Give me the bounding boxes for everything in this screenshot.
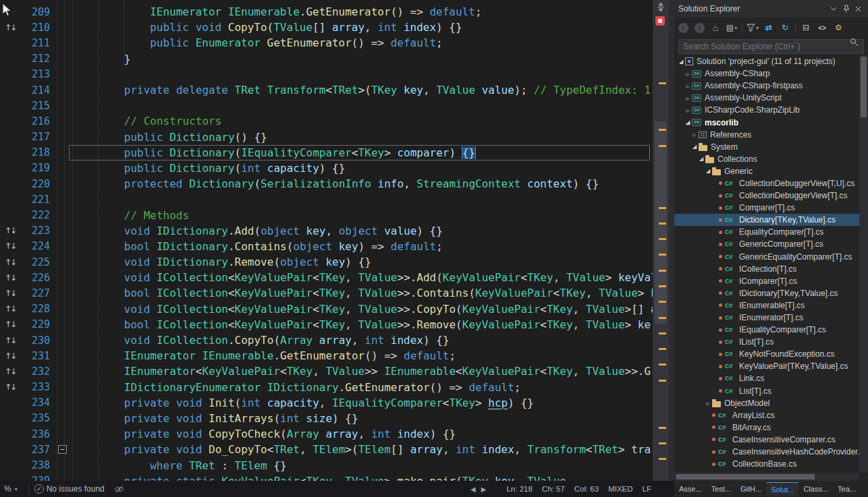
code-editor[interactable]: 209IEnumerator IEnumerable.GetEnumerator… <box>0 0 669 481</box>
code-line[interactable]: 234private void Init(int capacity, IEqua… <box>0 395 653 411</box>
tree-item[interactable]: C#IEnumerator[T].cs <box>674 312 859 324</box>
tree-item[interactable]: ▹C#ICSharpCode.SharpZipLib <box>674 104 859 116</box>
editor-vertical-scrollbar[interactable] <box>653 0 669 481</box>
fold-margin[interactable] <box>53 51 72 67</box>
tool-window-tab[interactable]: Class... <box>798 482 833 496</box>
fold-margin[interactable] <box>53 254 72 270</box>
line-number[interactable]: 223 <box>20 225 53 237</box>
glyph-margin[interactable]: ↑↓ <box>0 289 20 298</box>
fold-margin[interactable] <box>53 285 72 301</box>
tree-item[interactable]: C#ArrayList.cs <box>674 409 859 421</box>
code-text[interactable]: bool ICollection<KeyValuePair<TKey, TVal… <box>72 287 653 299</box>
tree-item[interactable]: ◢System <box>674 141 859 153</box>
code-line[interactable]: ↑↓227bool ICollection<KeyValuePair<TKey,… <box>0 285 653 301</box>
tree-item[interactable]: C#IList[T].cs <box>674 336 859 348</box>
code-line[interactable]: 217public Dictionary() {} <box>0 129 653 145</box>
fold-margin[interactable] <box>53 239 72 254</box>
line-number[interactable]: 216 <box>20 115 53 127</box>
code-line[interactable]: 218public Dictionary(IEqualityComparer<T… <box>0 145 653 160</box>
fold-margin[interactable] <box>53 4 72 20</box>
tree-item[interactable]: C#IEqualityComparer[T].cs <box>674 324 859 336</box>
line-number[interactable]: 224 <box>20 240 53 252</box>
tool-window-tab[interactable]: Solut... <box>766 482 798 496</box>
fold-margin[interactable]: − <box>53 442 72 457</box>
code-line[interactable]: 215 <box>0 98 653 113</box>
chevron-collapsed-icon[interactable]: ▹ <box>684 70 692 78</box>
tool-window-tab[interactable]: Test... <box>707 482 736 496</box>
line-number[interactable]: 213 <box>20 68 53 80</box>
preview-code-icon[interactable]: <> <box>816 22 828 34</box>
tree-item[interactable]: C#EqualityComparer[T].cs <box>674 226 859 238</box>
pin-icon[interactable] <box>840 3 852 14</box>
line-number[interactable]: 220 <box>20 178 53 190</box>
tree-item[interactable]: C#IDictionary[TKey,TValue].cs <box>674 287 859 299</box>
code-line[interactable]: ↑↓232IEnumerator<KeyValuePair<TKey, TVal… <box>0 363 653 379</box>
fold-collapse-icon[interactable]: − <box>58 445 67 454</box>
fold-margin[interactable] <box>53 67 72 82</box>
line-number[interactable]: 229 <box>20 318 53 330</box>
code-line[interactable]: ↑↓229bool ICollection<KeyValuePair<TKey,… <box>0 317 653 332</box>
code-text[interactable]: public Dictionary() {} <box>72 131 653 144</box>
line-number[interactable]: 215 <box>20 100 53 112</box>
line-number[interactable]: 225 <box>20 256 53 268</box>
code-line[interactable]: ↑↓230void ICollection.CopyTo(Array array… <box>0 332 653 348</box>
tree-item[interactable]: ▹References <box>674 129 859 141</box>
code-text[interactable]: private void Init(int capacity, IEqualit… <box>72 397 653 409</box>
glyph-margin[interactable]: ↑↓ <box>0 320 20 329</box>
glyph-margin[interactable]: ↑↓ <box>0 382 20 392</box>
refresh-icon[interactable]: ↻ <box>779 22 791 34</box>
line-number[interactable]: 219 <box>20 162 53 174</box>
next-position-icon[interactable]: ▶ <box>481 486 487 493</box>
tree-item[interactable]: C#CollectionBase.cs <box>674 458 859 470</box>
code-text[interactable]: public Dictionary(IEqualityComparer<TKey… <box>72 146 653 159</box>
code-text[interactable]: // Constructors <box>72 115 653 127</box>
tree-item[interactable]: C#GenericComparer[T].cs <box>674 238 859 250</box>
tree-item[interactable]: ▹ObjectModel <box>674 397 859 409</box>
fold-margin[interactable] <box>53 395 72 411</box>
line-number[interactable]: 232 <box>20 366 53 378</box>
chevron-expanded-icon[interactable]: ◢ <box>677 59 685 65</box>
code-text[interactable]: public void CopyTo(TValue[] array, int i… <box>72 21 653 34</box>
code-text[interactable]: IDictionaryEnumerator IDictionary.GetEnu… <box>72 381 653 394</box>
fold-margin[interactable] <box>53 98 72 113</box>
line-number[interactable]: 214 <box>20 84 53 96</box>
properties-icon[interactable]: ⚙ <box>832 22 844 34</box>
fold-margin[interactable] <box>53 207 72 223</box>
code-text[interactable]: where TRet : TElem {} <box>72 459 653 472</box>
code-line[interactable]: ↑↓231IEnumerator IEnumerable.GetEnumerat… <box>0 348 653 363</box>
line-number[interactable]: 210 <box>20 22 53 34</box>
search-input[interactable] <box>678 39 864 54</box>
line-number[interactable]: 233 <box>20 381 53 393</box>
tool-window-tab[interactable]: Tea... <box>833 482 861 496</box>
fold-margin[interactable] <box>53 473 72 481</box>
back-icon[interactable]: ‹ <box>677 22 689 34</box>
fold-margin[interactable] <box>53 113 72 129</box>
fold-margin[interactable] <box>53 82 72 98</box>
fold-margin[interactable] <box>53 176 72 192</box>
search-icon[interactable] <box>850 38 859 49</box>
code-line[interactable]: ↑↓223void IDictionary.Add(object key, ob… <box>0 223 653 239</box>
panel-hscrollbar-thumb[interactable] <box>676 474 815 479</box>
line-number[interactable]: 235 <box>20 412 53 424</box>
glyph-margin[interactable]: ↑↓ <box>0 241 20 251</box>
code-text[interactable]: void IDictionary.Remove(object key) {} <box>72 256 653 268</box>
code-line[interactable]: ↑↓225void IDictionary.Remove(object key)… <box>0 254 653 270</box>
tool-window-tab[interactable]: Asse... <box>674 482 707 496</box>
code-line[interactable]: 238where TRet : TElem {} <box>0 457 653 473</box>
tree-item[interactable]: C#IComparer[T].cs <box>674 275 859 287</box>
tree-item[interactable]: C#List[T].cs <box>674 385 859 397</box>
status-item[interactable]: MIXED <box>608 485 632 493</box>
forward-icon[interactable]: › <box>693 22 705 34</box>
tree-item[interactable]: C#Comparer[T].cs <box>674 202 859 214</box>
tool-window-tab[interactable]: GitH... <box>736 482 766 496</box>
code-line[interactable]: 211public Enumerator GetEnumerator() => … <box>0 35 653 51</box>
tree-item[interactable]: C#Link.cs <box>674 372 859 384</box>
chevron-collapsed-icon[interactable]: ▹ <box>690 131 699 138</box>
tree-item[interactable]: C#CollectionDebuggerView[T,U].cs <box>674 177 859 189</box>
fold-margin[interactable] <box>53 145 72 160</box>
fold-margin[interactable] <box>53 223 72 239</box>
fold-margin[interactable] <box>53 192 72 207</box>
chevron-expanded-icon[interactable]: ◢ <box>704 168 712 174</box>
code-text[interactable]: private void InitArrays(int size) {} <box>72 412 653 425</box>
chevron-expanded-icon[interactable]: ◢ <box>690 144 699 150</box>
